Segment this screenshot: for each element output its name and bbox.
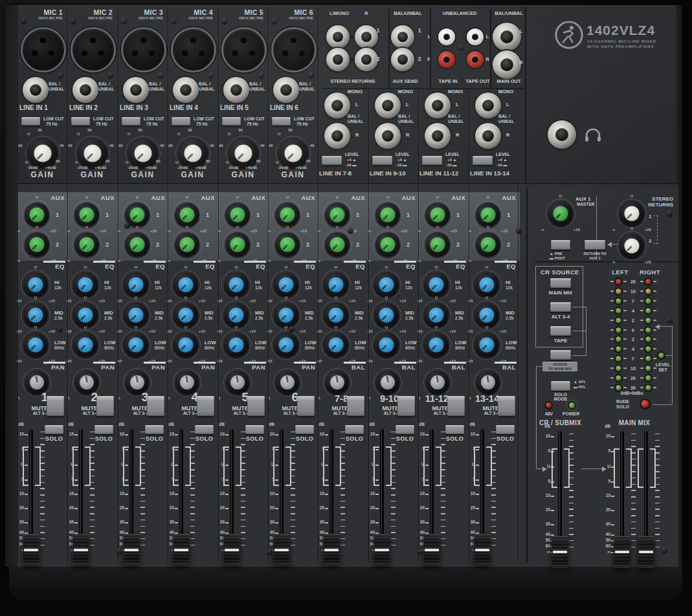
screw	[417, 549, 423, 555]
screw	[348, 228, 353, 234]
screw	[124, 223, 130, 228]
master-divider-groove	[526, 188, 528, 563]
panel-extras	[0, 0, 692, 616]
screw	[289, 326, 295, 332]
screw	[117, 549, 122, 555]
screw	[516, 228, 522, 234]
screw	[57, 326, 63, 332]
section-groove	[17, 183, 678, 185]
mixer-front-panel: L/MONO R BAL/UNBAL UNBALANCED BAL/UNBAL …	[0, 0, 692, 616]
screw	[267, 549, 273, 555]
